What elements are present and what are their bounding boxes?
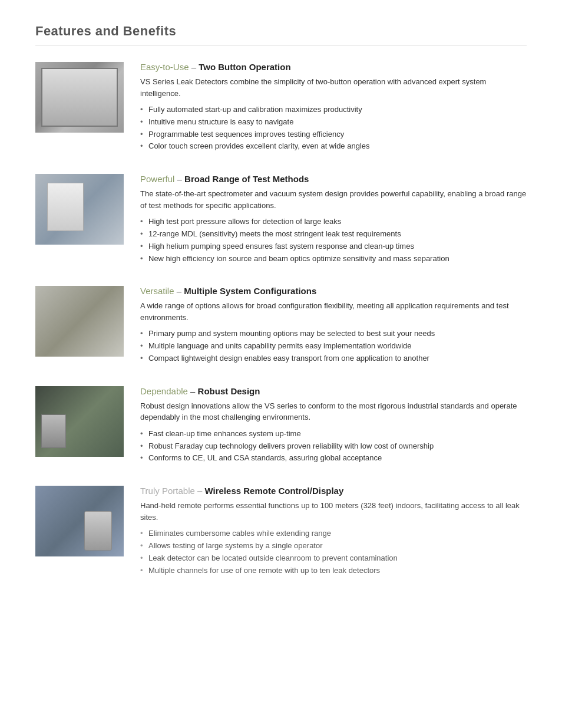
feature-content-dependable: Dependable – Robust DesignRobust design … <box>140 386 527 465</box>
list-item: Allows testing of large systems by a sin… <box>140 540 527 552</box>
feature-section-easy-to-use: Easy-to-Use – Two Button OperationVS Ser… <box>35 62 527 153</box>
feature-label-powerful: Powerful <box>140 174 174 184</box>
feature-dash-powerful: – <box>174 174 184 184</box>
list-item: Fully automated start-up and calibration… <box>140 104 527 116</box>
feature-label-versatile: Versatile <box>140 286 174 296</box>
list-item: High helium pumping speed ensures fast s… <box>140 241 527 253</box>
feature-image-portable <box>35 486 124 556</box>
list-item: Leak detector can be located outside cle… <box>140 552 527 565</box>
list-item: Programmable test sequences improves tes… <box>140 129 527 141</box>
feature-dash-versatile: – <box>174 286 184 296</box>
feature-content-portable: Truly Portable – Wireless Remote Control… <box>140 486 527 577</box>
feature-content-versatile: Versatile – Multiple System Configuratio… <box>140 286 527 364</box>
feature-heading-easy-to-use: Easy-to-Use – Two Button Operation <box>140 62 527 72</box>
list-item: Compact lightweight design enables easy … <box>140 353 527 365</box>
list-item: High test port pressure allows for detec… <box>140 216 527 228</box>
feature-section-powerful: Powerful – Broad Range of Test MethodsTh… <box>35 174 527 265</box>
feature-description-powerful: The state-of-the-art spectrometer and va… <box>140 188 527 211</box>
feature-dash-easy-to-use: – <box>189 62 199 72</box>
feature-bullets-portable: Eliminates cumbersome cables while exten… <box>140 528 527 577</box>
feature-label-portable: Truly Portable <box>140 486 195 496</box>
feature-image-dependable <box>35 386 124 457</box>
feature-bold-powerful: Broad Range of Test Methods <box>184 174 309 184</box>
list-item: Eliminates cumbersome cables while exten… <box>140 528 527 540</box>
page-title: Features and Benefits <box>35 24 527 39</box>
feature-section-portable: Truly Portable – Wireless Remote Control… <box>35 486 527 577</box>
list-item: Multiple channels for use of one remote … <box>140 565 527 577</box>
list-item: Conforms to CE, UL and CSA standards, as… <box>140 452 527 465</box>
feature-heading-dependable: Dependable – Robust Design <box>140 386 527 396</box>
list-item: 12-range MDL (sensitivity) meets the mos… <box>140 228 527 241</box>
page-header: Features and Benefits <box>35 24 527 45</box>
feature-dash-portable: – <box>195 486 205 496</box>
feature-image-easy-to-use <box>35 62 124 133</box>
feature-label-dependable: Dependable <box>140 386 188 396</box>
feature-image-powerful <box>35 174 124 245</box>
feature-description-dependable: Robust design innovations allow the VS s… <box>140 400 527 423</box>
feature-bullets-easy-to-use: Fully automated start-up and calibration… <box>140 104 527 153</box>
list-item: New high efficiency ion source and beam … <box>140 253 527 265</box>
feature-bullets-powerful: High test port pressure allows for detec… <box>140 216 527 265</box>
feature-section-dependable: Dependable – Robust DesignRobust design … <box>35 386 527 465</box>
list-item: Color touch screen provides excellent cl… <box>140 140 527 153</box>
feature-section-versatile: Versatile – Multiple System Configuratio… <box>35 286 527 364</box>
feature-bold-easy-to-use: Two Button Operation <box>199 62 290 72</box>
feature-bold-versatile: Multiple System Configurations <box>184 286 316 296</box>
feature-heading-versatile: Versatile – Multiple System Configuratio… <box>140 286 527 296</box>
feature-description-easy-to-use: VS Series Leak Detectors combine the sim… <box>140 76 527 99</box>
feature-bullets-versatile: Primary pump and system mounting options… <box>140 328 527 364</box>
list-item: Fast clean-up time enhances system up-ti… <box>140 428 527 440</box>
feature-heading-portable: Truly Portable – Wireless Remote Control… <box>140 486 527 496</box>
feature-heading-powerful: Powerful – Broad Range of Test Methods <box>140 174 527 184</box>
feature-description-portable: Hand-held remote performs essential func… <box>140 500 527 523</box>
list-item: Multiple language and units capability p… <box>140 340 527 353</box>
feature-bullets-dependable: Fast clean-up time enhances system up-ti… <box>140 428 527 465</box>
feature-dash-dependable: – <box>188 386 198 396</box>
feature-content-easy-to-use: Easy-to-Use – Two Button OperationVS Ser… <box>140 62 527 153</box>
list-item: Robust Faraday cup technology delivers p… <box>140 440 527 453</box>
feature-bold-dependable: Robust Design <box>198 386 260 396</box>
feature-image-versatile <box>35 286 124 357</box>
list-item: Intuitive menu structure is easy to navi… <box>140 116 527 129</box>
feature-description-versatile: A wide range of options allows for broad… <box>140 300 527 323</box>
feature-label-easy-to-use: Easy-to-Use <box>140 62 189 72</box>
list-item: Primary pump and system mounting options… <box>140 328 527 340</box>
feature-content-powerful: Powerful – Broad Range of Test MethodsTh… <box>140 174 527 265</box>
feature-bold-portable: Wireless Remote Control/Display <box>205 486 344 496</box>
features-list: Easy-to-Use – Two Button OperationVS Ser… <box>35 62 527 577</box>
